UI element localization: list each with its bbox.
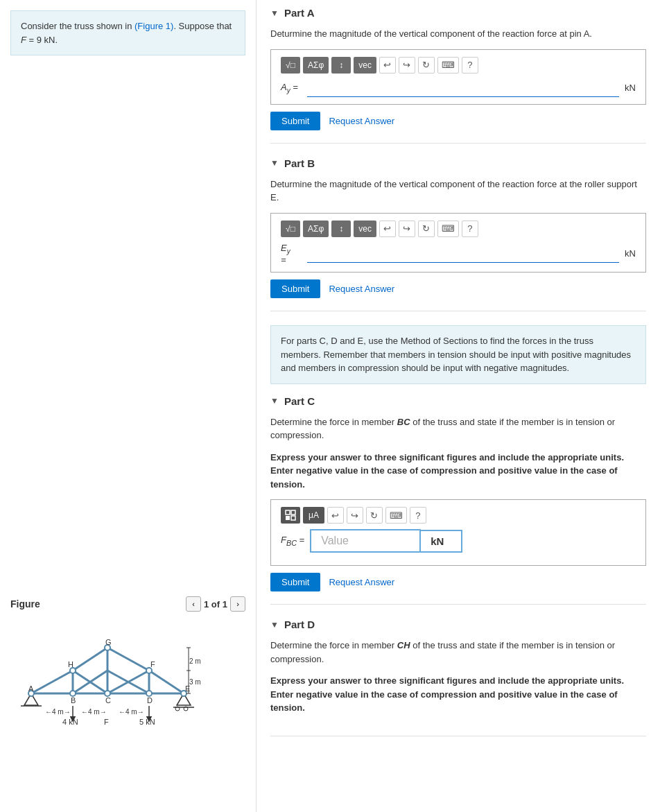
part-a-request-link[interactable]: Request Answer	[329, 116, 394, 126]
right-panel: ▼ Part A Deturmine the magnitude of the …	[257, 0, 660, 812]
part-d-description: Determine the force in member CH of the …	[270, 639, 646, 666]
part-d-header[interactable]: ▼ Part D	[270, 619, 646, 630]
svg-point-26	[70, 668, 76, 673]
redo-button-b[interactable]: ↪	[399, 221, 415, 237]
aze-button-a[interactable]: ΑΣφ	[303, 57, 329, 74]
part-d-arrow: ▼	[270, 620, 279, 630]
part-c-value-box[interactable]: Value	[310, 529, 421, 553]
vec-button-b[interactable]: vec	[354, 221, 376, 237]
redo-button-a[interactable]: ↪	[399, 57, 415, 74]
part-c-unit-box: kN	[421, 530, 462, 553]
svg-text:F: F	[104, 718, 109, 726]
svg-text:A: A	[28, 684, 34, 693]
keyboard-button-b[interactable]: ⌨	[437, 221, 459, 237]
undo-button-b[interactable]: ↩	[379, 221, 396, 237]
part-a-submit-button[interactable]: Submit	[270, 112, 320, 130]
svg-text:4 kN: 4 kN	[62, 718, 78, 726]
help-button-c[interactable]: ?	[410, 507, 426, 524]
part-b-header[interactable]: ▼ Part B	[270, 157, 646, 169]
part-a-label: Part A	[284, 7, 315, 19]
problem-text2: . Suppose that	[173, 21, 232, 31]
part-c-action-row: Submit Request Answer	[270, 573, 646, 591]
redo-button-c[interactable]: ↪	[347, 507, 363, 524]
refresh-button-c[interactable]: ↻	[366, 507, 383, 524]
part-c-answer-row: FBC = Value kN	[281, 529, 636, 553]
part-b-input-row: Ey= kN	[281, 243, 636, 266]
aze-button-b[interactable]: ΑΣφ	[303, 221, 329, 237]
left-panel: Consider the truss shown in (Figure 1). …	[0, 0, 257, 812]
part-a-unit: kN	[625, 83, 636, 93]
part-b-request-link[interactable]: Request Answer	[329, 284, 394, 294]
arrows-button-b[interactable]: ↕	[331, 221, 351, 237]
part-a-input[interactable]	[307, 79, 619, 97]
svg-rect-54	[286, 516, 290, 520]
part-c-input-box: μA ↩ ↪ ↻ ⌨ ? FBC = Value kN	[270, 499, 646, 566]
part-a-action-row: Submit Request Answer	[270, 112, 646, 130]
part-c-request-link[interactable]: Request Answer	[329, 577, 394, 587]
refresh-button-a[interactable]: ↻	[418, 57, 435, 74]
svg-text:3 m: 3 m	[189, 678, 201, 686]
part-b-input-box: √□ ΑΣφ ↕ vec ↩ ↪ ↻ ⌨ ? Ey= kN	[270, 213, 646, 273]
svg-point-22	[70, 691, 76, 696]
part-b-section: ▼ Part B Deturmine the magnitude of the …	[270, 157, 646, 312]
part-a-arrow: ▼	[270, 8, 279, 18]
figure-label: Figure ‹ 1 of 1 ›	[10, 596, 245, 612]
svg-rect-55	[291, 516, 295, 520]
sqrt-button-b[interactable]: √□	[281, 221, 300, 237]
part-b-input[interactable]	[307, 245, 619, 263]
svg-point-28	[146, 668, 152, 673]
keyboard-button-a[interactable]: ⌨	[437, 57, 459, 74]
keyboard-button-c[interactable]: ⌨	[385, 507, 407, 524]
part-a-header[interactable]: ▼ Part A	[270, 7, 646, 19]
svg-text:←4 m→: ←4 m→	[45, 708, 71, 716]
part-d-section: ▼ Part D Determine the force in member C…	[270, 619, 646, 736]
part-c-var-label: FBC =	[281, 535, 304, 547]
undo-button-c[interactable]: ↩	[327, 507, 344, 524]
part-c-submit-button[interactable]: Submit	[270, 573, 320, 591]
info-box: For parts C, D and E, use the Method of …	[270, 325, 646, 384]
svg-text:H: H	[68, 660, 73, 668]
svg-text:D: D	[147, 696, 153, 705]
part-b-description: Deturmine the magnitude of the vertical …	[270, 178, 646, 205]
svg-line-7	[31, 671, 73, 693]
part-a-description: Deturmine the magnitude of the vertical …	[270, 27, 646, 41]
force-text: F = 9 kN	[21, 35, 55, 45]
svg-rect-52	[286, 510, 290, 515]
svg-rect-53	[291, 510, 295, 515]
page-indicator: 1 of 1	[204, 599, 227, 610]
part-c-toolbar: μA ↩ ↪ ↻ ⌨ ?	[281, 507, 636, 524]
svg-text:F: F	[150, 660, 155, 668]
undo-button-a[interactable]: ↩	[379, 57, 396, 74]
grid-button-c[interactable]	[281, 507, 300, 524]
part-c-arrow: ▼	[270, 396, 279, 406]
arrows-button-a[interactable]: ↕	[331, 57, 351, 74]
svg-text:←4 m→: ←4 m→	[119, 708, 144, 716]
part-b-action-row: Submit Request Answer	[270, 279, 646, 298]
vec-button-a[interactable]: vec	[354, 57, 376, 74]
help-button-b[interactable]: ?	[462, 221, 478, 237]
part-a-var-label: Ay =	[281, 82, 302, 94]
svg-line-10	[149, 671, 184, 693]
part-b-toolbar: √□ ΑΣφ ↕ vec ↩ ↪ ↻ ⌨ ?	[281, 221, 636, 237]
sqrt-button-a[interactable]: √□	[281, 57, 300, 74]
part-c-header[interactable]: ▼ Part C	[270, 395, 646, 407]
svg-line-8	[73, 648, 107, 671]
figure-prev-button[interactable]: ‹	[186, 596, 201, 612]
part-a-input-row: Ay = kN	[281, 79, 636, 97]
part-a-input-box: √□ ΑΣφ ↕ vec ↩ ↪ ↻ ⌨ ? Ay = kN	[270, 49, 646, 105]
part-c-label: Part C	[284, 395, 315, 407]
part-a-section: ▼ Part A Deturmine the magnitude of the …	[270, 7, 646, 144]
part-b-submit-button[interactable]: Submit	[270, 279, 320, 298]
refresh-button-b[interactable]: ↻	[418, 221, 435, 237]
help-button-a[interactable]: ?	[462, 57, 478, 74]
part-c-section: ▼ Part C Determine the force in member B…	[270, 395, 646, 605]
part-a-toolbar: √□ ΑΣφ ↕ vec ↩ ↪ ↻ ⌨ ?	[281, 57, 636, 74]
part-b-arrow: ▼	[270, 158, 279, 168]
figure-link[interactable]: (Figure 1)	[134, 21, 173, 31]
part-b-label: Part B	[284, 157, 315, 169]
truss-diagram: A B C D E H G F ←4 m→ ←4 m→ ←4 m→ 2 m 3 …	[10, 612, 246, 729]
part-c-bold-description: Express your answer to three significant…	[270, 451, 646, 492]
mu-button-c[interactable]: μA	[303, 507, 324, 524]
problem-statement: Consider the truss shown in (Figure 1). …	[10, 10, 245, 55]
figure-next-button[interactable]: ›	[230, 596, 245, 612]
